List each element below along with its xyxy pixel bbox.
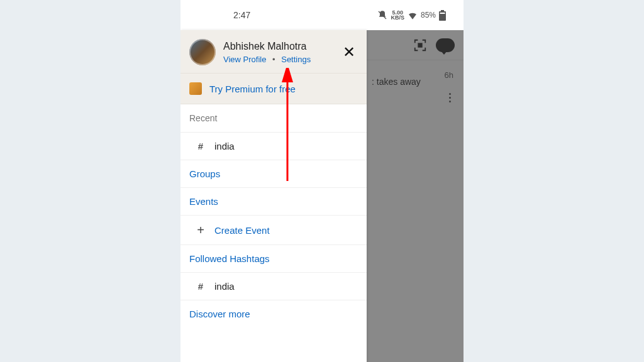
followed-item-label: india (214, 281, 235, 292)
create-event-row[interactable]: + Create Event (180, 216, 367, 245)
mute-icon (377, 10, 387, 20)
profile-block: Abhishek Malhotra View Profile • Setting… (180, 30, 367, 73)
recent-item-label: india (214, 141, 235, 151)
settings-link[interactable]: Settings (281, 55, 311, 64)
create-event-label: Create Event (214, 225, 270, 236)
navigation-drawer: Abhishek Malhotra View Profile • Setting… (180, 30, 367, 362)
premium-row[interactable]: Try Premium for free (180, 73, 367, 104)
plus-icon: + (196, 224, 206, 236)
scrim[interactable] (367, 30, 464, 362)
svg-rect-3 (440, 13, 445, 14)
network-speed: 5.00 KB/S (391, 10, 404, 20)
followed-hashtags-link[interactable]: Followed Hashtags (180, 245, 367, 273)
groups-link[interactable]: Groups (180, 160, 367, 188)
avatar[interactable] (189, 39, 216, 65)
profile-name: Abhishek Malhotra (223, 41, 333, 52)
recent-header: Recent (180, 104, 367, 133)
wifi-icon (408, 11, 418, 19)
battery-percent: 85% (421, 11, 436, 19)
phone-frame: 2:47 5.00 KB/S 85% 6h : takes away (180, 0, 464, 362)
clock: 2:47 (233, 10, 250, 20)
hash-icon: # (196, 281, 206, 292)
hash-icon: # (196, 141, 206, 151)
status-bar: 2:47 5.00 KB/S 85% (180, 0, 464, 30)
premium-link[interactable]: Try Premium for free (209, 84, 296, 94)
separator-dot: • (272, 55, 275, 64)
premium-icon (189, 82, 202, 95)
recent-item[interactable]: # india (180, 133, 367, 160)
view-profile-link[interactable]: View Profile (223, 55, 266, 64)
close-icon[interactable]: ✕ (340, 42, 358, 62)
svg-rect-2 (441, 10, 444, 11)
followed-item[interactable]: # india (180, 273, 367, 300)
events-link[interactable]: Events (180, 188, 367, 216)
discover-more-link[interactable]: Discover more (180, 300, 367, 327)
battery-icon (439, 10, 446, 21)
